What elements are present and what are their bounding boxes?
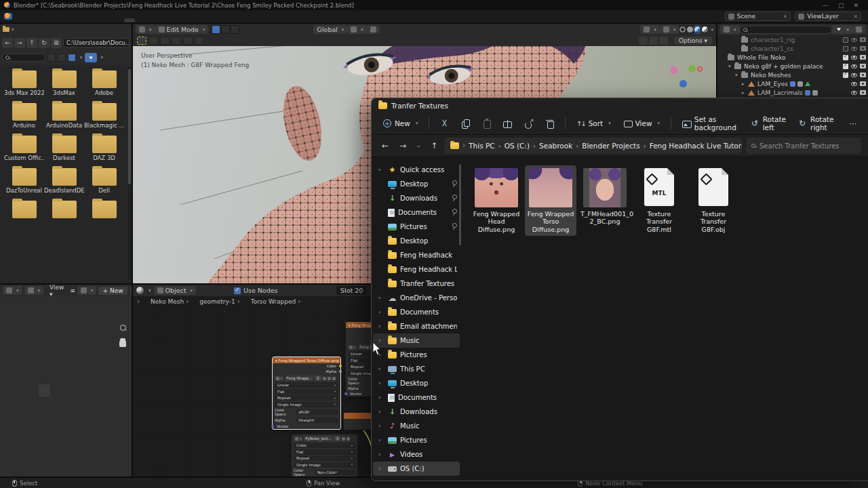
path-field[interactable]: C:\Users\seabr\Docu... [63, 38, 130, 47]
folder-item[interactable] [84, 201, 124, 227]
explorer-title-bar[interactable]: Tranfer Textures [372, 98, 868, 113]
vector-socket[interactable] [271, 425, 274, 428]
workspace-tab[interactable] [124, 18, 135, 22]
folder-item[interactable]: Adobe [84, 70, 124, 97]
sidebar-item[interactable]: This PC [373, 362, 460, 376]
file-search-input[interactable] [2, 54, 45, 62]
breadcrumb-item[interactable]: geometry-1 [191, 298, 239, 305]
color-space-dropdown[interactable]: sRGB▾ [296, 409, 338, 415]
image-datablock-icon[interactable]: ▾ [77, 286, 97, 295]
wireframe-shading-button[interactable] [679, 26, 686, 33]
proportional-edit-button[interactable] [367, 25, 380, 34]
folder-item[interactable]: Darkest [44, 136, 84, 162]
image-texture-node[interactable]: ▾ PyNeko_tort... 3 Cubic▾Flat▾Repeat▾Sin… [291, 434, 358, 476]
menu-item[interactable] [35, 15, 44, 18]
node-dropdown[interactable]: Cubic▾ [294, 443, 355, 448]
select-lasso-tool-button[interactable] [172, 37, 181, 45]
mirror-axis-button[interactable] [639, 37, 648, 45]
workspace-tab[interactable] [178, 18, 189, 22]
material-shading-button[interactable] [694, 26, 701, 33]
axis-x-icon[interactable] [697, 66, 703, 72]
menu-item[interactable] [44, 15, 54, 18]
render-camera-icon[interactable] [860, 73, 866, 77]
sidebar-item[interactable]: Pictures [373, 433, 460, 447]
back-button[interactable]: ← [2, 38, 13, 48]
cut-button[interactable] [435, 117, 454, 131]
parent-dir-button[interactable]: ↑ [26, 38, 37, 48]
rotate-right-button[interactable]: Rotate right [793, 113, 842, 134]
zoom-icon[interactable] [120, 325, 126, 331]
breadcrumb-segment[interactable]: Seabrook› [539, 142, 578, 150]
horizontal-list-button[interactable] [58, 54, 66, 62]
tweak-tool-button[interactable] [137, 37, 146, 45]
file-browser-scrollbar[interactable] [128, 66, 131, 281]
unlink-scene-icon[interactable]: ✕ [783, 14, 788, 20]
workspace-tab[interactable] [146, 18, 157, 22]
file-name[interactable]: Feng Wrapped Torso Diffuse.png [526, 210, 575, 233]
outliner-row[interactable]: Neko g8f + golden palace [717, 62, 868, 70]
expand-icon[interactable] [742, 90, 748, 96]
forward-button[interactable]: → [14, 38, 25, 48]
sidebar-item[interactable]: Desktop [373, 177, 460, 191]
color-socket[interactable] [339, 365, 342, 367]
filter-toggle-button[interactable] [85, 53, 97, 62]
sidebar-item[interactable]: Downloads [373, 405, 460, 419]
forward-button[interactable]: → [396, 140, 410, 152]
node-dropdown[interactable]: Flat▾ [294, 449, 355, 455]
image-preview-icon[interactable]: ▾ [275, 376, 283, 381]
file-browser-menu[interactable] [22, 29, 31, 30]
expand-icon[interactable] [378, 437, 384, 443]
unlink-icon[interactable] [332, 377, 336, 380]
folder-item[interactable]: Blackmagic ... [84, 103, 124, 129]
menu-item[interactable] [25, 15, 35, 18]
outliner-item-label[interactable]: Neko Meshes [751, 72, 791, 79]
editor-type-button[interactable]: ▾ [3, 286, 22, 295]
node-dropdown[interactable]: Repeat▾ [294, 455, 355, 461]
file-name[interactable]: Texture Transfer G8F.mtl [635, 210, 684, 233]
set-as-background-button[interactable]: Set as background [677, 113, 743, 134]
expand-icon[interactable] [378, 394, 384, 401]
viewport-menu[interactable] [267, 29, 275, 30]
new-image-button[interactable]: + New [98, 287, 127, 295]
folder-item[interactable]: ArduinoData [44, 103, 84, 129]
visibility-eye-icon[interactable] [851, 64, 857, 68]
checkbox-icon[interactable] [843, 73, 848, 78]
outliner-item-label[interactable]: Neko g8f + golden palace [744, 63, 823, 70]
axis-x-neg-icon[interactable] [670, 66, 677, 74]
sidebar-item[interactable]: Downloads [373, 191, 460, 205]
file-browser-menu[interactable] [14, 29, 22, 30]
delete-button[interactable] [540, 117, 559, 131]
overlays-button[interactable]: ▾ [660, 25, 679, 34]
wrench-modifier-icon[interactable] [805, 90, 810, 96]
mode-selector[interactable]: Edit Mode ▾ [155, 25, 209, 34]
transform-orientation[interactable]: Global ▾ [313, 25, 347, 34]
workspace-tab[interactable] [167, 18, 178, 22]
visibility-eye-icon[interactable] [851, 82, 857, 86]
visibility-eye-icon[interactable] [851, 91, 857, 95]
sidebar-item[interactable]: OneDrive - Personal [373, 291, 460, 305]
viewport-menu[interactable] [275, 29, 283, 30]
image-editor-canvas[interactable] [0, 296, 132, 476]
breadcrumb-segment[interactable]: Blender Projects› [582, 142, 646, 150]
breadcrumb[interactable]: This PC› OS (C:)› Seabrook› Blender Proj… [445, 138, 742, 154]
slot-indicator[interactable]: Slot 20 [336, 286, 367, 295]
sidebar-item[interactable]: Email attachments [373, 319, 460, 333]
outliner-item-label[interactable]: Whole File Neko [737, 54, 786, 61]
file-item[interactable]: MTL Texture Transfer G8F.mtl [633, 165, 685, 236]
sidebar-item[interactable]: Videos [373, 447, 460, 462]
share-button[interactable] [519, 117, 538, 131]
shader-menu[interactable] [199, 290, 207, 291]
thumbnail-view-button[interactable] [68, 54, 76, 62]
render-camera-icon[interactable] [860, 81, 866, 86]
face-select-button[interactable] [231, 25, 239, 34]
workspace-tab[interactable] [92, 18, 102, 22]
sidebar-item[interactable]: Pictures [373, 348, 460, 362]
open-image-button[interactable]: Open [130, 287, 132, 295]
vertical-list-button[interactable] [47, 54, 56, 62]
move-tool-button[interactable] [195, 37, 204, 45]
viewport-menu[interactable] [259, 29, 267, 30]
vector-socket[interactable] [344, 392, 347, 395]
breadcrumb-segment[interactable]: This PC› [469, 142, 500, 150]
breadcrumb-segment[interactable]: OS (C:)› [505, 142, 536, 150]
checkbox-icon[interactable] [843, 37, 848, 43]
